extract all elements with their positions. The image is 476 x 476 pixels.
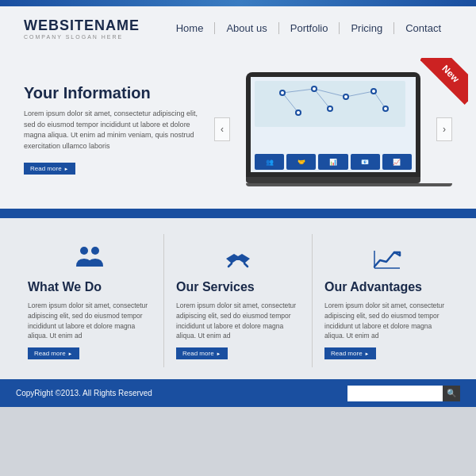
feature-what-we-do: What We Do Lorem ipsum dolor sit amet, c… — [16, 234, 164, 367]
footer-search-button[interactable]: 🔍 — [443, 386, 460, 401]
screen-icon-3: 📊 — [318, 154, 347, 170]
hero-next-button[interactable]: › — [436, 117, 452, 141]
nav-contact[interactable]: Contact — [394, 22, 452, 34]
screen-icon-4: 📧 — [351, 154, 380, 170]
feature-1-body: Lorem ipsum dolor sit amet, consectetur … — [28, 301, 152, 341]
features-section: What We Do Lorem ipsum dolor sit amet, c… — [0, 218, 476, 379]
screen-icon-5: 📈 — [382, 154, 412, 170]
hero-title: Your Information — [24, 84, 198, 102]
svg-point-27 — [91, 247, 99, 255]
footer-copyright: CopyRight ©2013. All Rights Reserved — [16, 389, 152, 397]
new-badge: New — [420, 58, 468, 106]
logo: WEBSITENAME COMPANY SLOGAN HERE — [24, 17, 140, 40]
feature-2-read-more-button[interactable]: Read more — [176, 347, 228, 359]
svg-point-8 — [281, 91, 284, 94]
screen-icon-row: 👥 🤝 📊 📧 📈 — [255, 154, 412, 170]
footer-search: 🔍 — [347, 386, 460, 401]
laptop-bottom — [246, 183, 452, 186]
handshake-icon — [218, 242, 258, 274]
svg-point-10 — [313, 87, 316, 90]
nav: Home About us Portfolio Pricing Contact — [165, 22, 452, 34]
hero-body: Lorem ipsum dolor sit amet, consectetur … — [24, 109, 198, 152]
footer: CopyRight ©2013. All Rights Reserved 🔍 — [0, 379, 476, 407]
feature-2-body: Lorem ipsum dolor sit amet, consectetur … — [176, 301, 300, 341]
feature-1-read-more-button[interactable]: Read more — [28, 347, 79, 359]
svg-point-12 — [344, 95, 347, 98]
feature-our-services: Our Services Lorem ipsum dolor sit amet,… — [164, 234, 313, 367]
blue-divider — [0, 209, 476, 218]
nav-about[interactable]: About us — [215, 22, 278, 34]
footer-search-input[interactable] — [347, 386, 443, 401]
hero-prev-button[interactable]: ‹ — [214, 117, 230, 141]
logo-name: WEBSITENAME — [24, 17, 140, 34]
svg-point-20 — [384, 107, 387, 110]
chart-icon — [367, 242, 406, 274]
feature-our-advantages: Our Advantages Lorem ipsum dolor sit ame… — [313, 234, 460, 367]
svg-rect-0 — [255, 81, 405, 127]
screen-icon-1: 👥 — [255, 154, 284, 170]
svg-point-18 — [297, 111, 300, 114]
svg-point-26 — [80, 247, 88, 255]
feature-2-title: Our Services — [176, 280, 300, 294]
hero-read-more-button[interactable]: Read more — [24, 163, 75, 175]
svg-point-16 — [328, 107, 332, 110]
map-svg — [251, 77, 416, 131]
feature-3-body: Lorem ipsum dolor sit amet, consectetur … — [324, 301, 448, 341]
screen-icon-2: 🤝 — [286, 154, 316, 170]
header: WEBSITENAME COMPANY SLOGAN HERE Home Abo… — [0, 6, 476, 50]
nav-home[interactable]: Home — [165, 22, 216, 34]
hero-image: 👥 🤝 📊 📧 📈 ‹ › — [214, 72, 452, 186]
hero-section: Your Information Lorem ipsum dolor sit a… — [0, 50, 476, 209]
feature-3-read-more-button[interactable]: Read more — [324, 347, 376, 359]
feature-1-title: What We Do — [28, 280, 152, 294]
people-icon — [70, 242, 109, 274]
nav-pricing[interactable]: Pricing — [340, 22, 394, 34]
top-bar — [0, 0, 476, 6]
nav-portfolio[interactable]: Portfolio — [279, 22, 340, 34]
feature-3-title: Our Advantages — [324, 280, 448, 294]
laptop-graphic: 👥 🤝 📊 📧 📈 — [246, 72, 420, 186]
svg-point-14 — [372, 90, 375, 93]
laptop-base — [246, 177, 420, 183]
hero-text: Your Information Lorem ipsum dolor sit a… — [24, 72, 198, 186]
logo-slogan: COMPANY SLOGAN HERE — [24, 34, 140, 40]
